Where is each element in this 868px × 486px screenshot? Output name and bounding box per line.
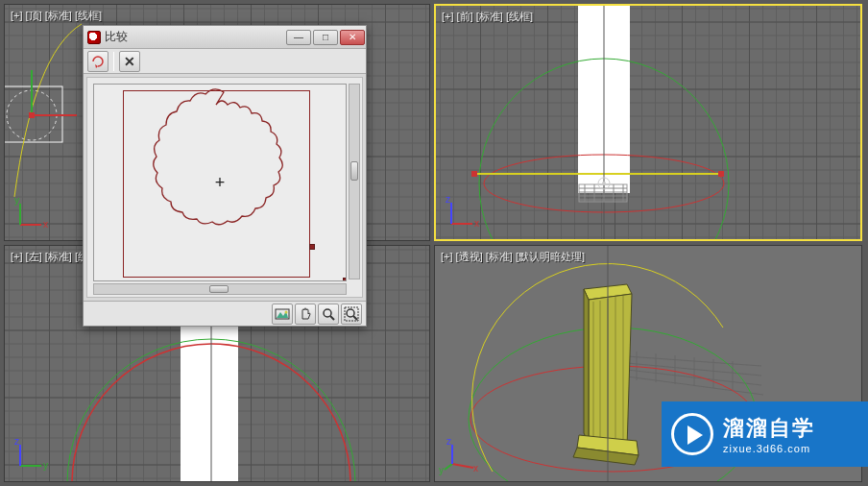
svg-text:x: x xyxy=(43,219,48,230)
viewport-label-front[interactable]: [+] [前] [标准] [线框] xyxy=(442,10,533,24)
dialog-titlebar[interactable]: 比较 — □ ✕ xyxy=(84,26,366,49)
svg-line-59 xyxy=(452,464,473,468)
dialog-toolbar: ✕ xyxy=(84,49,366,74)
axis-tripod-icon: x z xyxy=(444,193,482,231)
svg-text:y: y xyxy=(43,460,48,471)
minimize-button[interactable]: — xyxy=(286,30,311,45)
zoom-button[interactable] xyxy=(318,304,339,325)
maximize-button[interactable]: □ xyxy=(313,30,338,45)
svg-point-24 xyxy=(602,182,606,185)
svg-point-68 xyxy=(285,310,288,313)
viewport-front[interactable]: [+] [前] [标准] [线框] x z xyxy=(434,4,862,241)
scrollbar-thumb[interactable] xyxy=(209,285,229,293)
toolbar-separator xyxy=(113,52,114,71)
zoom-extents-button[interactable] xyxy=(341,304,362,325)
viewport-label-top[interactable]: [+] [顶] [标准] [线框] xyxy=(11,9,102,23)
crosshair-icon: + xyxy=(212,175,228,190)
app-icon xyxy=(87,31,101,44)
svg-rect-26 xyxy=(718,171,724,177)
display-image-button[interactable] xyxy=(272,304,293,325)
svg-marker-65 xyxy=(95,64,98,68)
svg-text:x: x xyxy=(473,463,478,474)
svg-point-71 xyxy=(347,309,354,317)
delete-shape-button[interactable]: ✕ xyxy=(119,51,140,72)
svg-rect-25 xyxy=(471,171,477,177)
horizontal-scrollbar[interactable] xyxy=(93,283,347,295)
axis-tripod-icon: x y z xyxy=(443,435,481,474)
watermark-badge: 溜溜自学 zixue.3d66.com xyxy=(662,401,868,467)
pick-shape-button[interactable] xyxy=(87,51,108,72)
viewport-front-overlays xyxy=(436,6,860,239)
svg-point-69 xyxy=(324,309,331,317)
svg-text:z: z xyxy=(446,436,451,447)
watermark-subtitle: zixue.3d66.com xyxy=(723,443,815,454)
svg-text:x: x xyxy=(474,218,479,229)
compare-dialog[interactable]: 比较 — □ ✕ ✕ + xyxy=(83,25,367,327)
svg-line-70 xyxy=(330,316,334,320)
svg-rect-13 xyxy=(579,184,627,202)
svg-text:z: z xyxy=(446,194,450,205)
dialog-title: 比较 xyxy=(105,29,128,45)
svg-text:y: y xyxy=(14,195,19,206)
svg-text:z: z xyxy=(14,436,19,447)
play-icon xyxy=(671,413,713,455)
viewport-label-perspective[interactable]: [+] [透视] [标准] [默认明暗处理] xyxy=(441,250,585,264)
scrollbar-thumb[interactable] xyxy=(350,161,358,181)
svg-marker-50 xyxy=(584,289,589,443)
watermark-title: 溜溜自学 xyxy=(723,414,815,443)
axis-tripod-icon: y z xyxy=(12,435,51,474)
svg-marker-49 xyxy=(589,294,632,448)
axis-tripod-icon: x y xyxy=(12,194,51,232)
svg-rect-4 xyxy=(29,112,35,118)
shape-canvas[interactable]: + xyxy=(86,77,363,298)
pan-button[interactable] xyxy=(295,304,316,325)
svg-line-72 xyxy=(353,316,357,320)
dialog-footer-toolbar xyxy=(84,301,366,326)
close-button[interactable]: ✕ xyxy=(340,30,365,45)
shape-vertex[interactable] xyxy=(309,244,315,250)
svg-line-60 xyxy=(445,464,452,470)
shape-handle[interactable] xyxy=(343,278,347,281)
vertical-scrollbar[interactable] xyxy=(349,84,360,279)
svg-text:y: y xyxy=(439,465,444,475)
